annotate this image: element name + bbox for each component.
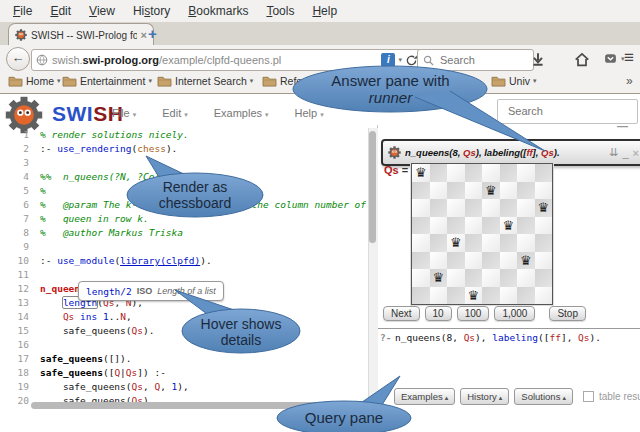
code-token: ([ — [538, 332, 549, 343]
home-icon[interactable] — [574, 51, 590, 67]
table-results-checkbox[interactable] — [583, 391, 594, 402]
pocket-icon[interactable] — [604, 52, 617, 65]
line-number: 6 — [0, 198, 36, 212]
code-token: ). — [554, 147, 560, 158]
editor-line: 16 — [0, 338, 368, 352]
code-token: %% n_queens(?N, ?Cols — [40, 171, 166, 182]
query-menus: Examples▴History▴Solutions▴ — [394, 388, 573, 405]
menubar-item-history[interactable]: History — [124, 2, 179, 20]
board-cell — [430, 252, 448, 270]
runner-button-10[interactable]: 10 — [425, 306, 452, 321]
runner-button-stop[interactable]: Stop — [549, 306, 586, 321]
queen-cell: ♛ — [465, 287, 483, 305]
board-cell — [465, 252, 483, 270]
queen-cell: ♛ — [535, 199, 553, 217]
line-number: 10 — [0, 254, 36, 268]
bookmark-entertainment[interactable]: Entertainment▾ — [62, 75, 152, 87]
code-line-text: safe_queens(Qs). — [36, 324, 154, 338]
bookmark-home[interactable]: Home▾ — [8, 75, 61, 87]
swish-search-input[interactable] — [506, 104, 630, 118]
board-cell — [482, 164, 500, 182]
board-cell — [500, 182, 518, 200]
code-token: use_rendering — [57, 143, 131, 154]
code-token: Qs — [463, 147, 476, 158]
chessboard: ♛♛♛♛♛♛♛♛ — [411, 163, 553, 305]
query-menu-solutions[interactable]: Solutions▴ — [514, 388, 573, 405]
board-cell — [447, 199, 465, 217]
code-line-text: :- use_module(library(clpfd)). — [36, 254, 212, 268]
menubar-item-tools[interactable]: Tools — [257, 2, 303, 20]
chevron-down-icon: ▾ — [265, 111, 269, 118]
runner-button-next[interactable]: Next — [383, 306, 420, 321]
board-cell — [412, 234, 430, 252]
menubar-item-edit[interactable]: Edit — [41, 2, 80, 20]
line-number: 1 — [0, 128, 36, 142]
runner-scroll-down-icon[interactable]: ⇊ — [609, 146, 618, 159]
bookmark-reference[interactable]: Reference▾ — [262, 75, 335, 87]
runner-gear-icon — [388, 146, 401, 159]
bookmarks-overflow-chevron[interactable]: » — [626, 74, 633, 88]
queen-cell: ♛ — [447, 234, 465, 252]
runner-button-1000[interactable]: 1,000 — [494, 306, 535, 321]
menubar-item-file[interactable]: File — [4, 2, 41, 20]
board-cell — [535, 287, 553, 305]
pane-collapse-icon[interactable]: — — [617, 120, 628, 132]
menu-hamburger-icon[interactable]: ≡ — [624, 48, 634, 68]
board-cell — [482, 217, 500, 235]
code-token: , — [143, 381, 154, 392]
editor-vertical-scrollbar-thumb[interactable] — [369, 131, 376, 243]
code-line-text: %% n_queens(?N, ?Cols — [36, 170, 166, 184]
menubar-item-view[interactable]: View — [80, 2, 124, 20]
downloads-icon[interactable] — [530, 51, 546, 67]
identity-caret-icon[interactable]: ▾ — [398, 56, 402, 64]
bookmark-internet-search[interactable]: Internet Search▾ — [157, 75, 253, 87]
menubar-item-help[interactable]: Help — [303, 2, 346, 20]
query-menu-examples[interactable]: Examples▴ — [394, 388, 455, 405]
code-editor[interactable]: 1% render solutions nicely.2:- use_rende… — [0, 128, 368, 410]
board-cell — [447, 252, 465, 270]
url-bar[interactable]: swish.swi-prolog.org/example/clpfd-queen… — [31, 49, 423, 71]
board-cell — [500, 252, 518, 270]
code-line-text — [36, 240, 40, 254]
line-number: 4 — [0, 170, 36, 184]
query-editor[interactable]: n_queens(8, Qs), labeling([ff], Qs). — [395, 332, 601, 343]
folder-icon — [262, 75, 277, 87]
code-token: :- — [40, 143, 57, 154]
editor-horizontal-scrollbar-thumb[interactable] — [31, 402, 369, 409]
browser-search-input[interactable] — [438, 53, 512, 67]
code-token — [40, 297, 63, 308]
browser-search[interactable] — [417, 49, 534, 71]
code-token: % render solutions nicely. — [40, 129, 189, 140]
runner-close-icon[interactable]: × — [633, 147, 639, 159]
code-token: :- — [40, 255, 57, 266]
code-line-text: safe_queens([Q|Qs]) :- — [36, 366, 166, 380]
board-cell — [447, 287, 465, 305]
new-tab-button[interactable]: + — [148, 25, 157, 42]
tab-close-icon[interactable]: × — [141, 29, 147, 41]
runner-header[interactable]: n_queens(8, Qs), labeling([ff], Qs). ⇊ _… — [381, 139, 640, 166]
code-token: ). — [590, 332, 601, 343]
code-token: ff — [549, 332, 560, 343]
query-menu-history[interactable]: History▴ — [460, 388, 509, 405]
runner-button-100[interactable]: 100 — [457, 306, 490, 321]
back-button[interactable]: ← — [6, 47, 30, 71]
menubar-item-bookmarks[interactable]: Bookmarks — [179, 2, 257, 20]
browser-tab[interactable]: SWISH -- SWI-Prolog fo... × — [8, 23, 154, 46]
runner-minimize-icon[interactable]: _ — [622, 147, 628, 159]
swish-menu-examples[interactable]: Examples▾ — [214, 107, 269, 119]
code-line-text: Qs ins 1..N, — [36, 310, 132, 324]
bookmark-label: Univ — [509, 75, 530, 87]
line-number: 5 — [0, 184, 36, 198]
code-line-text: safe_queens(Qs, Q, 1), — [36, 380, 189, 394]
folder-icon — [491, 75, 506, 87]
code-token: n_queens(8, — [395, 332, 464, 343]
code-line-text: :- use_rendering(chess). — [36, 142, 177, 156]
swish-menu-file[interactable]: File▾ — [112, 107, 136, 119]
bookmark-univ[interactable]: Univ▾ — [491, 75, 537, 87]
identity-icon[interactable]: i — [381, 53, 395, 67]
swish-menu-help[interactable]: Help▾ — [295, 107, 324, 119]
line-number: 17 — [0, 352, 36, 366]
editor-line: 17safe_queens([]). — [0, 352, 368, 366]
swish-menu-edit[interactable]: Edit▾ — [162, 107, 187, 119]
code-token: labeling — [492, 332, 538, 343]
